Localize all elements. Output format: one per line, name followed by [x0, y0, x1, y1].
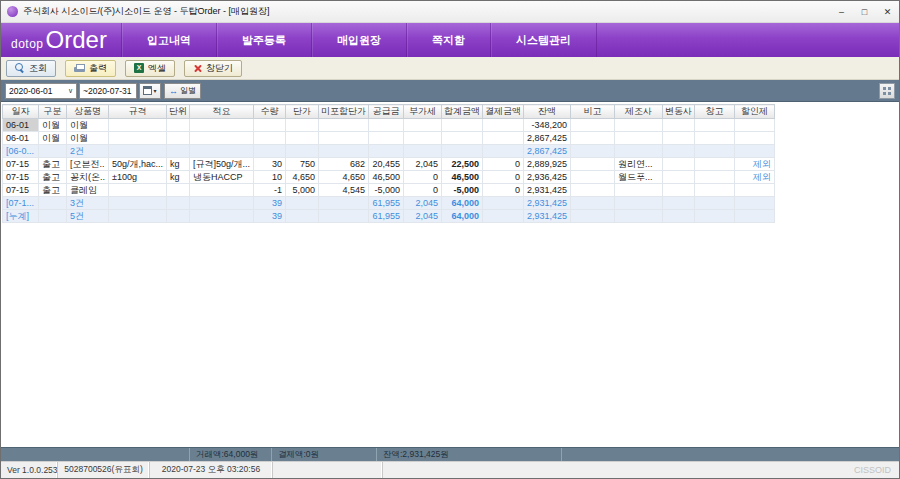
table-cell — [167, 197, 190, 210]
menu-item-mailbox[interactable]: 쪽지함 — [406, 23, 490, 57]
table-cell: 0 — [483, 158, 524, 171]
table-cell: 4,650 — [319, 171, 369, 184]
table-cell — [695, 171, 735, 184]
discount-exclude-link[interactable]: 제외 — [753, 159, 771, 169]
close-button[interactable]: 창닫기 — [184, 60, 242, 77]
menu-item-incoming[interactable]: 입고내역 — [121, 23, 216, 57]
column-header[interactable]: 결제금액 — [483, 105, 524, 119]
table-cell: kg — [167, 158, 190, 171]
menu-item-order-register[interactable]: 발주등록 — [216, 23, 311, 57]
table-cell — [663, 171, 695, 184]
table-cell: 64,000 — [442, 210, 483, 223]
table-cell — [319, 197, 369, 210]
table-cell — [404, 119, 442, 132]
table-cell — [735, 210, 775, 223]
table-cell — [319, 132, 369, 145]
search-button[interactable]: 조회 — [6, 60, 56, 77]
column-header[interactable]: 공급금 — [369, 105, 404, 119]
column-header[interactable]: 적요 — [190, 105, 254, 119]
table-cell — [109, 210, 167, 223]
table-cell: 46,500 — [442, 171, 483, 184]
table-cell — [109, 119, 167, 132]
print-button[interactable]: 출력 — [65, 60, 116, 77]
subtotal-row: [06-0...2건2,867,425 — [3, 145, 775, 158]
table-cell — [442, 119, 483, 132]
column-header[interactable]: 부가세 — [404, 105, 442, 119]
menu-item-purchase-ledger[interactable]: 매입원장 — [311, 23, 406, 57]
filter-bar: 2020-06-01 ∨ ~2020-07-31 ▾ ↔ 일별 — [1, 80, 899, 102]
daily-toggle-label: 일별 — [180, 85, 196, 96]
column-header[interactable]: 상품명 — [67, 105, 109, 119]
column-header[interactable]: 변동사 — [663, 105, 695, 119]
column-header[interactable]: 할인제 — [735, 105, 775, 119]
table-cell — [190, 210, 254, 223]
column-header[interactable]: 미포함단가 — [319, 105, 369, 119]
column-header[interactable]: 창고 — [695, 105, 735, 119]
table-cell — [615, 145, 663, 158]
app-window: 주식회사 시소이드/(주)시소이드 운영 - 두탑Order - [매입원장] … — [0, 0, 900, 479]
ledger-table: 일자구분상품명규격단위적요수량단가미포함단가공급금부가세합계금액결제금액잔액비고… — [2, 104, 775, 223]
status-business-number: 5028700526(유표회) — [58, 462, 150, 478]
menu-item-system-admin[interactable]: 시스템관리 — [490, 23, 597, 57]
app-icon — [7, 6, 18, 17]
table-cell: 61,955 — [369, 210, 404, 223]
column-header[interactable]: 잔액 — [524, 105, 571, 119]
table-cell — [695, 145, 735, 158]
table-cell: -5,000 — [442, 184, 483, 197]
maximize-button[interactable]: □ — [853, 1, 876, 22]
column-header[interactable]: 합계금액 — [442, 105, 483, 119]
table-cell: 출고 — [39, 171, 67, 184]
table-cell — [286, 210, 319, 223]
status-empty-cell — [273, 462, 383, 478]
discount-exclude-link[interactable]: 제외 — [753, 172, 771, 182]
table-cell: [07-1... — [3, 197, 39, 210]
table-cell — [615, 132, 663, 145]
column-header[interactable]: 구분 — [39, 105, 67, 119]
table-cell — [190, 197, 254, 210]
logo-text-small: dotop — [11, 37, 44, 51]
table-row[interactable]: 07-15출고클레임-15,0004,545-5,0000-5,00002,93… — [3, 184, 775, 197]
close-button[interactable]: ✕ — [876, 1, 899, 22]
table-cell — [190, 145, 254, 158]
column-header[interactable]: 수량 — [254, 105, 286, 119]
table-row[interactable]: 07-15출고꽁치(온..±100gkg냉동HACCP104,6504,6504… — [3, 171, 775, 184]
table-cell: 4,545 — [319, 184, 369, 197]
table-row[interactable]: 07-15출고[오븐전..50g/개,hac...kg[규격]50g/개...3… — [3, 158, 775, 171]
calendar-button[interactable]: ▾ — [139, 83, 161, 99]
column-header[interactable]: 규격 — [109, 105, 167, 119]
table-cell — [190, 132, 254, 145]
table-cell — [404, 145, 442, 158]
table-cell — [483, 145, 524, 158]
date-to-input[interactable]: ~2020-07-31 — [79, 83, 137, 99]
column-header[interactable]: 제조사 — [615, 105, 663, 119]
column-header[interactable]: 단위 — [167, 105, 190, 119]
table-cell — [663, 132, 695, 145]
table-cell: 이월 — [67, 132, 109, 145]
table-cell: 50g/개,hac... — [109, 158, 167, 171]
daily-toggle-button[interactable]: ↔ 일별 — [164, 83, 201, 99]
table-cell — [735, 132, 775, 145]
table-cell — [483, 197, 524, 210]
date-from-select[interactable]: 2020-06-01 ∨ — [5, 83, 77, 99]
app-header: dotop Order 입고내역발주등록매입원장쪽지함시스템관리 — [1, 23, 899, 57]
table-cell — [190, 184, 254, 197]
table-cell — [319, 210, 369, 223]
grid-settings-button[interactable] — [879, 83, 895, 99]
table-cell: 2,045 — [404, 197, 442, 210]
table-row[interactable]: 06-01이월이월2,867,425 — [3, 132, 775, 145]
table-row[interactable]: 06-01이월이월-348,200 — [3, 119, 775, 132]
table-cell: 06-01 — [3, 119, 39, 132]
column-header[interactable]: 일자 — [3, 105, 39, 119]
column-header[interactable]: 단가 — [286, 105, 319, 119]
table-cell — [404, 132, 442, 145]
table-cell — [167, 210, 190, 223]
table-cell: kg — [167, 171, 190, 184]
minimize-button[interactable]: – — [830, 1, 853, 22]
excel-button[interactable]: 엑셀 — [125, 60, 175, 77]
table-cell — [190, 119, 254, 132]
column-header[interactable]: 비고 — [571, 105, 615, 119]
window-controls: – □ ✕ — [830, 1, 899, 22]
table-cell: 39 — [254, 197, 286, 210]
main-menu: 입고내역발주등록매입원장쪽지함시스템관리 — [121, 23, 597, 57]
table-cell: [오븐전.. — [67, 158, 109, 171]
